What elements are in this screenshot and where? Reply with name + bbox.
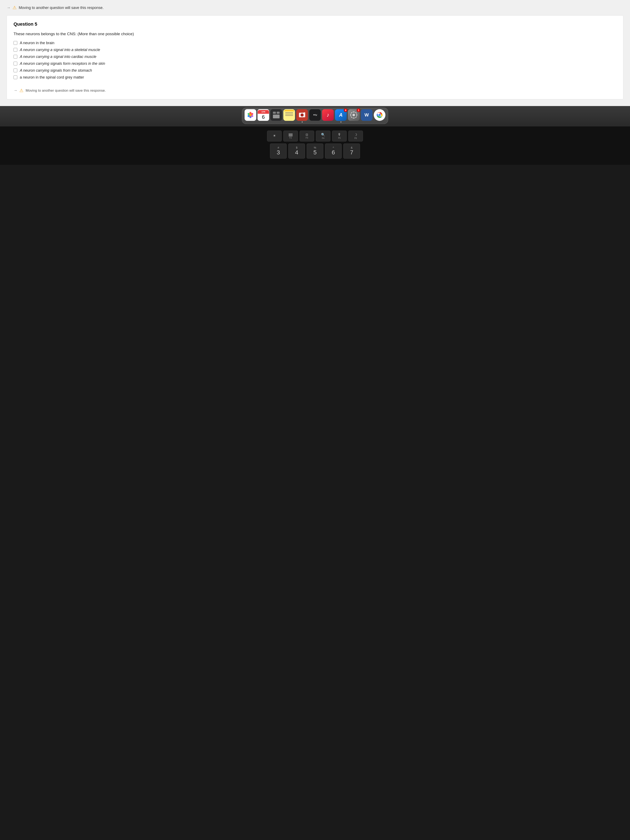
key-5[interactable]: % 5 xyxy=(307,144,323,158)
choice-item-6[interactable]: a neuron in the spinal cord grey matter xyxy=(14,75,616,80)
key-3[interactable]: # 3 xyxy=(270,144,287,158)
photobooth-dot xyxy=(302,122,303,123)
choice-item-3[interactable]: A neuron carrying a signal into cardiac … xyxy=(14,55,616,59)
chrome-icon xyxy=(374,109,385,121)
choice-item-2[interactable]: A neuron carrying a signal into a skelet… xyxy=(14,48,616,52)
f2-icon: ▓▓ xyxy=(289,133,293,136)
choice-item-5[interactable]: A neuron carrying signals from the stoma… xyxy=(14,68,616,73)
bottom-arrow-icon: → xyxy=(14,88,17,93)
dock-item-appletv[interactable]: ✦tv xyxy=(309,109,321,123)
question-title: Question 5 xyxy=(14,22,616,27)
calendar-month: APR xyxy=(258,110,269,114)
dock-item-appstore[interactable]: A 6 xyxy=(335,109,347,123)
svg-rect-8 xyxy=(277,112,279,114)
f5-key[interactable]: 🎙 F5 xyxy=(332,131,347,142)
svg-point-2 xyxy=(251,113,253,115)
key-5-sym: % xyxy=(314,146,316,149)
key-5-digit: 5 xyxy=(313,149,317,156)
choice-checkbox-1[interactable] xyxy=(14,41,17,45)
choice-label-5: A neuron carrying signals from the stoma… xyxy=(20,68,92,73)
f2-label: F2 xyxy=(289,137,292,139)
f6-key[interactable]: ☽ F6 xyxy=(348,131,363,142)
dock-item-notes[interactable] xyxy=(283,109,295,123)
bottom-warning-icon: ⚠ xyxy=(19,88,24,93)
music-icon: ♪ xyxy=(322,109,334,121)
choice-label-1: A neuron in the brain xyxy=(20,41,54,45)
choice-checkbox-6[interactable] xyxy=(14,76,17,79)
appstore-badge: 6 xyxy=(344,108,347,112)
key-4-digit: 4 xyxy=(295,149,298,156)
svg-rect-18 xyxy=(350,115,351,115)
key-4[interactable]: $ 4 xyxy=(288,144,305,158)
macos-dock: APR 6 xyxy=(242,108,388,124)
f4-label: F4 xyxy=(322,137,324,139)
dock-item-photos[interactable] xyxy=(245,109,256,123)
svg-point-1 xyxy=(249,112,251,114)
choice-checkbox-4[interactable] xyxy=(14,62,17,65)
choice-item-1[interactable]: A neuron in the brain xyxy=(14,41,616,45)
top-warning-banner: → ⚠ Moving to another question will save… xyxy=(7,5,623,10)
key-7-sym: & xyxy=(351,146,353,149)
key-7-digit: 7 xyxy=(350,149,353,156)
f3-key[interactable]: ⊡ F3 xyxy=(300,131,314,142)
svg-point-12 xyxy=(301,114,303,116)
choice-checkbox-5[interactable] xyxy=(14,68,17,72)
dock-item-music[interactable]: ♪ xyxy=(322,109,334,123)
question-text: These neurons belongs to the CNS: (More … xyxy=(14,31,616,37)
choice-label-4: A neuron carrying signals form receptors… xyxy=(20,62,105,66)
screen-content: → ⚠ Moving to another question will save… xyxy=(0,0,630,106)
choices-list: A neuron in the brain A neuron carrying … xyxy=(14,41,616,80)
key-6[interactable]: ^ 6 xyxy=(325,144,342,158)
svg-point-26 xyxy=(379,114,381,116)
mission-control-icon xyxy=(270,109,282,121)
svg-rect-17 xyxy=(353,117,354,118)
photobooth-icon xyxy=(296,109,308,121)
appletv-icon: ✦tv xyxy=(309,109,321,121)
choice-label-3: A neuron carrying a signal into cardiac … xyxy=(20,55,96,59)
appstore-icon: A 6 xyxy=(335,109,347,121)
dock-item-photobooth[interactable] xyxy=(296,109,308,123)
key-6-digit: 6 xyxy=(332,149,335,156)
brightness-icon: ☀ xyxy=(273,134,276,138)
key-4-sym: $ xyxy=(296,146,297,149)
f5-icon: 🎙 xyxy=(338,133,341,136)
f6-label: F6 xyxy=(354,137,357,139)
svg-rect-16 xyxy=(353,112,354,112)
choice-label-2: A neuron carrying a signal into a skelet… xyxy=(20,48,100,52)
dock-item-mission[interactable] xyxy=(270,109,282,123)
f6-icon: ☽ xyxy=(354,133,357,137)
f4-key[interactable]: 🔍 F4 xyxy=(316,131,330,142)
f3-icon: ⊡ xyxy=(306,133,308,136)
dock-item-calendar[interactable]: APR 6 xyxy=(257,109,269,123)
f3-label: F3 xyxy=(306,137,308,139)
choice-item-4[interactable]: A neuron carrying signals form receptors… xyxy=(14,62,616,66)
dock-item-chrome[interactable] xyxy=(374,109,385,123)
choice-label-6: a neuron in the spinal cord grey matter xyxy=(20,75,84,80)
choice-checkbox-3[interactable] xyxy=(14,55,17,58)
choice-checkbox-2[interactable] xyxy=(14,48,17,52)
f5-label: F5 xyxy=(338,137,341,139)
f2-key[interactable]: ▓▓ F2 xyxy=(283,131,298,142)
bottom-warning-banner: → ⚠ Moving to another question will save… xyxy=(14,88,616,93)
key-3-digit: 3 xyxy=(277,149,280,156)
top-arrow-icon: → xyxy=(7,6,10,10)
svg-point-5 xyxy=(248,115,249,117)
calendar-day: 6 xyxy=(262,114,265,120)
svg-rect-7 xyxy=(273,112,276,114)
svg-point-4 xyxy=(249,116,251,118)
dock-item-sysprefs[interactable]: 1 xyxy=(348,109,360,123)
dock-item-word[interactable]: W xyxy=(361,109,373,123)
svg-point-15 xyxy=(352,114,355,116)
key-7[interactable]: & 7 xyxy=(343,144,360,158)
f4-icon: 🔍 xyxy=(321,133,325,137)
svg-point-3 xyxy=(251,115,253,117)
keyboard-area: ☀ ▓▓ F2 ⊡ F3 🔍 F4 🎙 F5 ☽ F6 # 3 $ xyxy=(0,126,630,165)
num-key-row: # 3 $ 4 % 5 ^ 6 & 7 xyxy=(270,144,360,158)
svg-point-6 xyxy=(248,113,249,115)
bottom-warning-text: Moving to another question will save thi… xyxy=(25,88,106,93)
notes-icon xyxy=(283,109,295,121)
word-icon: W xyxy=(361,109,373,121)
brightness-key[interactable]: ☀ xyxy=(267,131,282,142)
sysprefs-badge: 1 xyxy=(357,108,360,112)
key-6-sym: ^ xyxy=(333,146,334,149)
